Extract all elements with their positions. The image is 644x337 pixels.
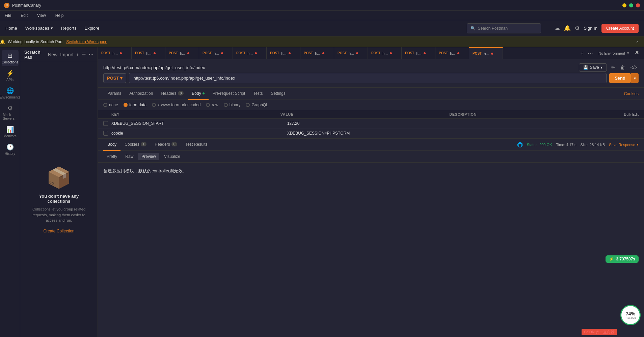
apis-icon: ⚡ xyxy=(6,69,14,77)
menu-edit[interactable]: Edit xyxy=(19,12,30,19)
req-tab-prerequest[interactable]: Pre-request Script xyxy=(209,88,249,100)
kv-key-1[interactable]: cookie xyxy=(111,131,287,136)
create-collection-link[interactable]: Create Collection xyxy=(43,229,74,233)
resp-tab-headers[interactable]: Headers 6 xyxy=(151,139,181,151)
req-tab-settings[interactable]: Settings xyxy=(267,88,289,100)
fmt-tab-raw[interactable]: Raw xyxy=(122,153,137,160)
sidebar-item-environments[interactable]: 🌐 Environments xyxy=(2,85,19,101)
tab-3[interactable]: POST h... xyxy=(199,47,233,59)
window-controls[interactable] xyxy=(622,3,640,7)
menu-help[interactable]: Help xyxy=(53,12,66,19)
history-icon: 🕐 xyxy=(6,143,14,151)
send-button[interactable]: Send xyxy=(609,73,631,83)
fmt-tab-preview[interactable]: Preview xyxy=(138,153,159,160)
sidebar-item-collections[interactable]: ⊞ Collections xyxy=(2,50,19,66)
more-options-button[interactable]: ⋯ xyxy=(89,52,93,57)
tab-4[interactable]: POST h... xyxy=(233,47,267,59)
tab-2[interactable]: POST h... xyxy=(165,47,199,59)
nav-explore[interactable]: Explore xyxy=(85,26,100,31)
req-tab-body[interactable]: Body xyxy=(188,88,208,100)
sign-in-button[interactable]: Sign In xyxy=(584,26,597,31)
environment-selector[interactable]: No Environment ▾ xyxy=(596,51,632,55)
sidebar-item-monitors[interactable]: 📊 Monitors xyxy=(2,124,19,140)
req-tab-authorization[interactable]: Authorization xyxy=(125,88,157,100)
nav-workspaces[interactable]: Workspaces ▾ xyxy=(25,26,53,31)
tab-name-11: h... xyxy=(484,52,489,56)
maximize-button[interactable] xyxy=(629,3,633,7)
resp-tab-test-results-label: Test Results xyxy=(185,142,207,147)
edit-button[interactable]: ✏ xyxy=(610,63,616,72)
fmt-tab-visualize[interactable]: Visualize xyxy=(161,153,184,160)
tab-5[interactable]: POST h... xyxy=(267,47,300,59)
body-type-form-data[interactable]: form-data xyxy=(124,103,146,107)
resp-tab-body[interactable]: Body xyxy=(103,139,120,151)
tab-10[interactable]: POST h... xyxy=(435,47,469,59)
sidebar-item-history[interactable]: 🕐 History xyxy=(2,141,19,158)
tab-method-9: POST xyxy=(405,51,414,55)
new-collection-button[interactable]: New xyxy=(48,52,57,57)
sidebar-item-apis[interactable]: ⚡ APIs xyxy=(2,67,19,84)
kv-checkbox-1[interactable] xyxy=(103,131,108,136)
send-dropdown-button[interactable]: ▾ xyxy=(631,73,639,83)
tab-6[interactable]: POST h... xyxy=(300,47,334,59)
trash-button[interactable]: 🗑 xyxy=(619,63,626,72)
url-input[interactable] xyxy=(129,73,607,83)
bell-icon[interactable]: 🔔 xyxy=(564,25,571,31)
code-button[interactable]: </> xyxy=(629,63,639,72)
tab-0[interactable]: POST h... xyxy=(98,47,132,59)
sidebar-item-mock-servers[interactable]: ⚙ Mock Servers xyxy=(2,103,19,122)
more-tabs-button[interactable]: ⋯ xyxy=(586,50,594,56)
search-bar[interactable]: 🔍 Search Postman xyxy=(467,23,541,33)
tab-7[interactable]: POST h... xyxy=(334,47,368,59)
response-status: 🌐 Status: 200 OK Time: 4.17 s Size: 28.1… xyxy=(517,142,639,147)
minimize-button[interactable] xyxy=(622,3,626,7)
close-button[interactable] xyxy=(636,3,640,7)
kv-value-1[interactable]: XDEBUG_SESSION=PHPSTORM xyxy=(287,131,463,136)
create-account-button[interactable]: Create Account xyxy=(601,24,639,33)
tab-9[interactable]: POST h... xyxy=(402,47,435,59)
kv-value-0[interactable]: 127.20 xyxy=(287,121,463,126)
fmt-tab-pretty[interactable]: Pretty xyxy=(103,153,120,160)
method-select[interactable]: POST ▾ xyxy=(103,73,126,83)
tab-11[interactable]: POST h... xyxy=(469,47,503,59)
eye-button[interactable]: 👁 xyxy=(633,50,641,56)
req-tab-params[interactable]: Params xyxy=(103,88,125,100)
save-button[interactable]: 💾 Save ▾ xyxy=(579,63,607,72)
settings-icon[interactable]: ⚙ xyxy=(575,25,580,31)
save-response-label: Save Response xyxy=(609,143,635,147)
tab-1[interactable]: POST h... xyxy=(132,47,165,59)
kv-checkbox-0[interactable] xyxy=(103,121,108,126)
sidebar-label-mock-servers: Mock Servers xyxy=(3,113,17,120)
req-tab-authorization-label: Authorization xyxy=(129,91,153,96)
body-type-graphql[interactable]: GraphQL xyxy=(246,103,268,107)
import-button[interactable]: Import xyxy=(60,52,74,57)
tab-method-5: POST xyxy=(270,51,279,55)
kv-key-0[interactable]: XDEBUG_SESSION_START xyxy=(111,121,287,126)
empty-state-icon: 📦 xyxy=(46,166,72,190)
switch-workspace-link[interactable]: Switch to a Workspace xyxy=(66,39,107,44)
menu-view[interactable]: View xyxy=(35,12,48,19)
req-tab-headers[interactable]: Headers 8 xyxy=(157,88,188,100)
mock-servers-icon: ⚙ xyxy=(7,105,13,112)
resp-tab-cookies[interactable]: Cookies 1 xyxy=(120,139,151,151)
body-type-raw[interactable]: raw xyxy=(206,103,218,107)
body-type-urlencoded[interactable]: x-www-form-urlencoded xyxy=(152,103,200,107)
req-tab-tests[interactable]: Tests xyxy=(249,88,267,100)
bulk-edit-button[interactable]: Bulk Edit xyxy=(624,112,639,116)
kv-header-actions: Bulk Edit xyxy=(618,112,639,116)
cookies-button[interactable]: Cookies xyxy=(624,91,639,96)
filter-button[interactable]: ☰ xyxy=(82,52,86,57)
body-type-none[interactable]: none xyxy=(103,103,118,107)
nav-home[interactable]: Home xyxy=(5,26,17,31)
resp-tab-test-results[interactable]: Test Results xyxy=(181,139,211,151)
cloud-icon[interactable]: ☁ xyxy=(555,25,560,31)
new-tab-button[interactable]: + xyxy=(579,50,585,56)
save-response-button[interactable]: Save Response ▾ xyxy=(609,142,639,147)
body-type-graphql-label: GraphQL xyxy=(251,103,268,107)
add-icon-button[interactable]: + xyxy=(76,52,79,57)
body-type-binary[interactable]: binary xyxy=(224,103,241,107)
notification-close[interactable]: × xyxy=(636,39,639,44)
menu-file[interactable]: File xyxy=(3,12,13,19)
nav-reports[interactable]: Reports xyxy=(61,26,77,31)
tab-8[interactable]: POST h... xyxy=(368,47,402,59)
